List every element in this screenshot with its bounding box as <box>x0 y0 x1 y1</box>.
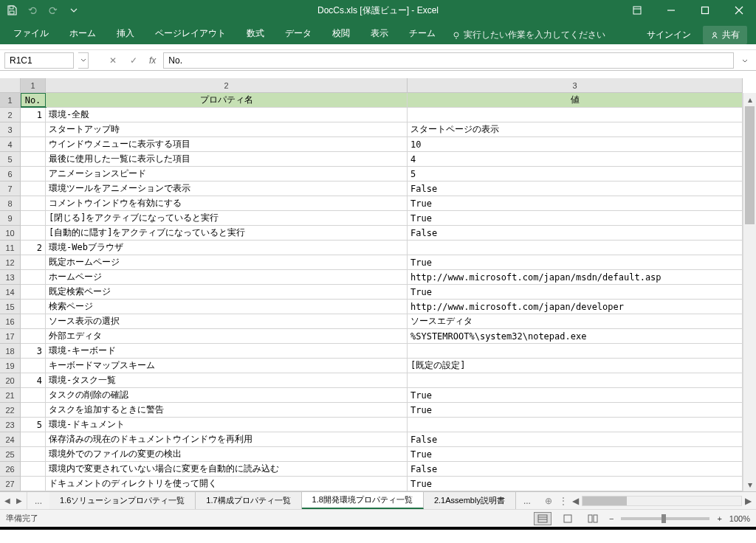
row-header-23[interactable]: 23 <box>0 418 20 432</box>
table-row[interactable]: 1環境-全般 <box>21 108 743 122</box>
table-row[interactable]: 5環境-ドキュメント <box>21 418 743 432</box>
cell-property[interactable]: 外部エディタ <box>46 329 408 343</box>
row-header-17[interactable]: 17 <box>0 329 20 344</box>
cell-property[interactable]: 環境-Webブラウザ <box>46 241 408 255</box>
row-header-25[interactable]: 25 <box>0 447 20 462</box>
table-row[interactable]: 環境ツールをアニメーションで表示False <box>21 181 743 196</box>
scroll-down-icon[interactable]: ▾ <box>743 478 756 491</box>
row-header-26[interactable]: 26 <box>0 462 20 477</box>
cell-value[interactable] <box>408 373 743 387</box>
cell-value[interactable]: スタートページの表示 <box>408 122 743 136</box>
table-row[interactable]: 2環境-Webブラウザ <box>21 241 743 255</box>
table-row[interactable]: コメントウインドウを有効にするTrue <box>21 196 743 211</box>
cell-value[interactable] <box>408 418 743 432</box>
row-header-2[interactable]: 2 <box>0 108 20 122</box>
vertical-scroll-thumb[interactable] <box>745 106 755 224</box>
hscroll-left-icon[interactable]: ◀ <box>572 496 579 506</box>
header-no[interactable]: No. <box>21 93 46 107</box>
cell-no[interactable] <box>21 314 46 328</box>
row-header-3[interactable]: 3 <box>0 122 20 137</box>
cell-value[interactable]: True <box>408 211 743 225</box>
row-header-20[interactable]: 20 <box>0 373 20 388</box>
cell-property[interactable]: キーボードマップスキーム <box>46 359 408 373</box>
zoom-out-button[interactable]: − <box>609 514 614 523</box>
zoom-in-button[interactable]: + <box>717 514 721 523</box>
cell-property[interactable]: ソース表示の選択 <box>46 314 408 328</box>
cell-no[interactable] <box>21 477 46 491</box>
horizontal-scrollbar[interactable]: ◀ ▶ <box>568 492 756 509</box>
tab-home[interactable]: ホーム <box>59 23 106 44</box>
hscroll-right-icon[interactable]: ▶ <box>745 496 752 506</box>
redo-icon[interactable] <box>47 4 59 16</box>
sheet-tab[interactable]: 1.7構成プロパティ一覧 <box>196 492 301 509</box>
cell-value[interactable]: False <box>408 181 743 196</box>
cell-property[interactable]: ドキュメントのディレクトリを使って開く <box>46 477 408 491</box>
cell-no[interactable] <box>21 388 46 402</box>
table-row[interactable]: 検索ページhttp://www.microsoft.com/japan/deve… <box>21 300 743 314</box>
cell-property[interactable]: アニメーションスピード <box>46 167 408 181</box>
sheet-tabs-overflow-right[interactable]: ... <box>516 492 538 509</box>
cell-no[interactable] <box>21 300 46 314</box>
close-button[interactable] <box>722 0 756 21</box>
table-row[interactable]: 4環境-タスク一覧 <box>21 373 743 388</box>
cell-no[interactable] <box>21 403 46 417</box>
cell-value[interactable]: 10 <box>408 137 743 151</box>
fx-icon[interactable]: fx <box>146 55 159 66</box>
cell-property[interactable]: 既定検索ページ <box>46 285 408 299</box>
row-header-9[interactable]: 9 <box>0 211 20 226</box>
cell-property[interactable]: 検索ページ <box>46 300 408 314</box>
row-header-5[interactable]: 5 <box>0 152 20 167</box>
row-header-14[interactable]: 14 <box>0 285 20 300</box>
cell-property[interactable]: 環境内で変更されていない場合に変更を自動的に読み込む <box>46 462 408 476</box>
header-value[interactable]: 値 <box>408 93 743 107</box>
sheet-nav-prev-icon[interactable]: ◀ <box>4 497 10 505</box>
view-normal-button[interactable] <box>534 512 551 525</box>
zoom-slider[interactable] <box>621 517 709 520</box>
row-header-8[interactable]: 8 <box>0 196 20 211</box>
row-header-11[interactable]: 11 <box>0 241 20 255</box>
worksheet-grid[interactable]: 1 2 3 1234567891011121314151617181920212… <box>0 78 756 491</box>
cell-no[interactable] <box>21 152 46 166</box>
cell-value[interactable]: True <box>408 447 743 461</box>
cell-no[interactable] <box>21 122 46 136</box>
cell-value[interactable] <box>408 344 743 358</box>
cell-property[interactable]: 環境ツールをアニメーションで表示 <box>46 181 408 196</box>
cells-container[interactable]: No.プロパティ名値1環境-全般スタートアップ時スタートページの表示ウインドウメ… <box>21 93 743 491</box>
enter-formula-button[interactable]: ✓ <box>126 52 142 69</box>
cell-value[interactable]: [既定の設定] <box>408 359 743 373</box>
table-row[interactable]: 保存済みの現在のドキュメントウインドウを再利用False <box>21 432 743 447</box>
row-header-15[interactable]: 15 <box>0 300 20 314</box>
sheet-tab[interactable]: 1.8開発環境プロパティ一覧 <box>302 492 424 509</box>
share-button[interactable]: 共有 <box>703 26 747 44</box>
cell-no[interactable] <box>21 270 46 284</box>
minimize-button[interactable] <box>654 0 688 21</box>
row-header-24[interactable]: 24 <box>0 432 20 447</box>
table-row[interactable]: スタートアップ時スタートページの表示 <box>21 122 743 137</box>
table-row[interactable]: 外部エディタ%SYSTEMROOT%\system32\notepad.exe <box>21 329 743 344</box>
zoom-level[interactable]: 100% <box>729 514 750 523</box>
row-header-13[interactable]: 13 <box>0 270 20 285</box>
table-row[interactable]: 既定検索ページTrue <box>21 285 743 300</box>
col-header-3[interactable]: 3 <box>408 78 743 92</box>
table-row[interactable]: キーボードマップスキーム[既定の設定] <box>21 359 743 373</box>
cell-no[interactable] <box>21 447 46 461</box>
cell-value[interactable]: http://www.microsoft.com/japan/developer <box>408 300 743 314</box>
cell-value[interactable]: http://www.microsoft.com/japan/msdn/defa… <box>408 270 743 284</box>
view-pagelayout-button[interactable] <box>559 512 577 525</box>
header-property[interactable]: プロパティ名 <box>46 93 408 107</box>
sheet-tab[interactable]: 1.6ソリューションプロパティ一覧 <box>49 492 196 509</box>
cell-property[interactable]: 既定ホームページ <box>46 255 408 269</box>
table-row[interactable]: 既定ホームページTrue <box>21 255 743 270</box>
sheet-nav-next-icon[interactable]: ▶ <box>16 497 22 505</box>
table-row[interactable]: アニメーションスピード5 <box>21 167 743 181</box>
cell-no[interactable]: 1 <box>21 108 46 122</box>
tab-formulas[interactable]: 数式 <box>236 23 275 44</box>
expand-formula-bar[interactable] <box>738 57 752 64</box>
cell-value[interactable]: True <box>408 477 743 491</box>
cell-property[interactable]: ホームページ <box>46 270 408 284</box>
cell-property[interactable]: タスクの削除の確認 <box>46 388 408 402</box>
formula-input[interactable]: No. <box>163 52 734 69</box>
cancel-formula-button[interactable]: ✕ <box>105 52 121 69</box>
signin-link[interactable]: サインイン <box>641 26 697 44</box>
cell-value[interactable]: False <box>408 226 743 240</box>
